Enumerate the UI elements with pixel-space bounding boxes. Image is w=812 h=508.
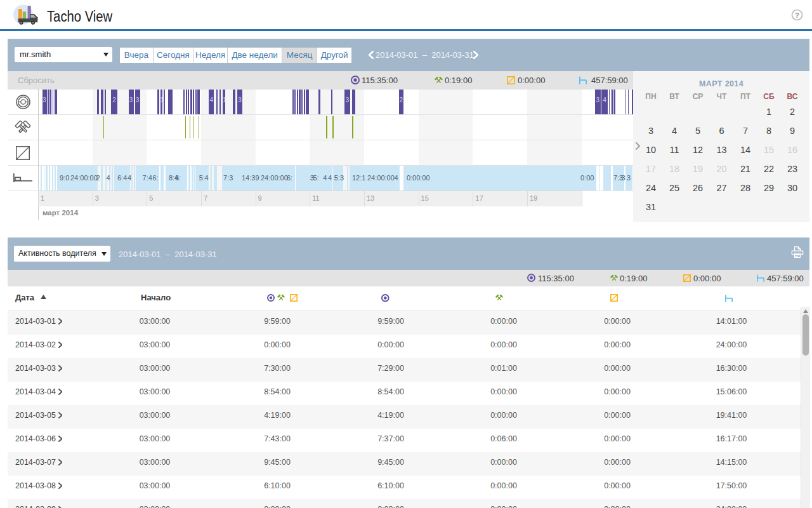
svg-text:?: ? — [795, 11, 799, 19]
